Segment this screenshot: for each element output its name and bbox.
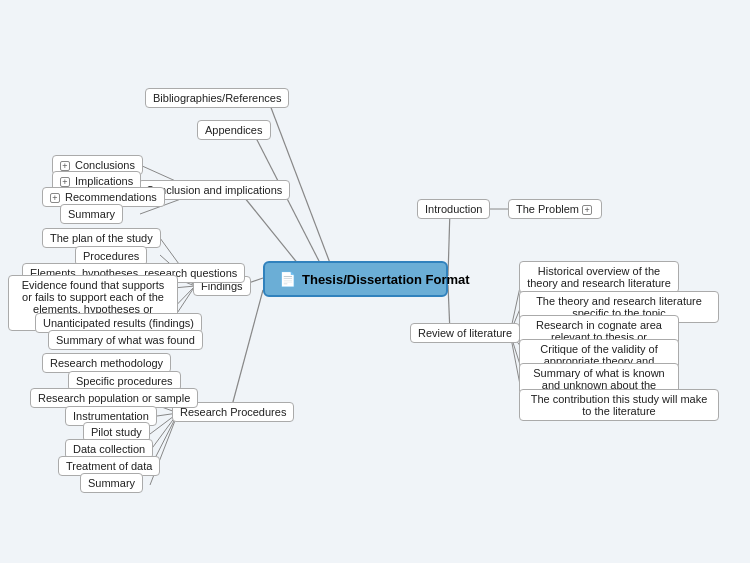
introduction-label: Introduction — [425, 203, 482, 215]
rp-child-3: Research population or sample — [30, 388, 198, 408]
review-literature-label: Review of literature — [418, 327, 512, 339]
conclusions-expand[interactable]: + — [60, 161, 70, 171]
recommendations-expand[interactable]: + — [50, 193, 60, 203]
document-icon: 📄 — [279, 271, 296, 287]
rl-child-6: The contribution this study will make to… — [519, 389, 719, 421]
appendices-node: Appendices — [197, 120, 271, 140]
conclusion-label: Conclusion and implications — [146, 184, 282, 196]
svg-line-9 — [230, 290, 263, 413]
review-literature-node: Review of literature — [410, 323, 520, 343]
bibliographies-label: Bibliographies/References — [153, 92, 281, 104]
svg-line-0 — [448, 209, 450, 276]
findings-child-1: The plan of the study — [42, 228, 161, 248]
rl-child-1: Historical overview of the theory and re… — [519, 261, 679, 293]
implications-expand[interactable]: + — [60, 177, 70, 187]
the-problem-node: The Problem + — [508, 199, 602, 219]
svg-line-25 — [240, 192, 299, 265]
central-node-label: Thesis/Dissertation Format — [302, 272, 470, 287]
bibliographies-node: Bibliographies/References — [145, 88, 289, 108]
the-problem-label: The Problem — [516, 203, 579, 215]
findings-child-6: Summary of what was found — [48, 330, 203, 350]
the-problem-expand[interactable]: + — [582, 205, 592, 215]
rp-child-1: Research methodology — [42, 353, 171, 373]
conclusion-child-4: Summary — [60, 204, 123, 224]
rp-child-8: Summary — [80, 473, 143, 493]
central-node: 📄 Thesis/Dissertation Format — [263, 261, 448, 297]
research-procedures-label: Research Procedures — [180, 406, 286, 418]
introduction-node: Introduction — [417, 199, 490, 219]
appendices-label: Appendices — [205, 124, 263, 136]
